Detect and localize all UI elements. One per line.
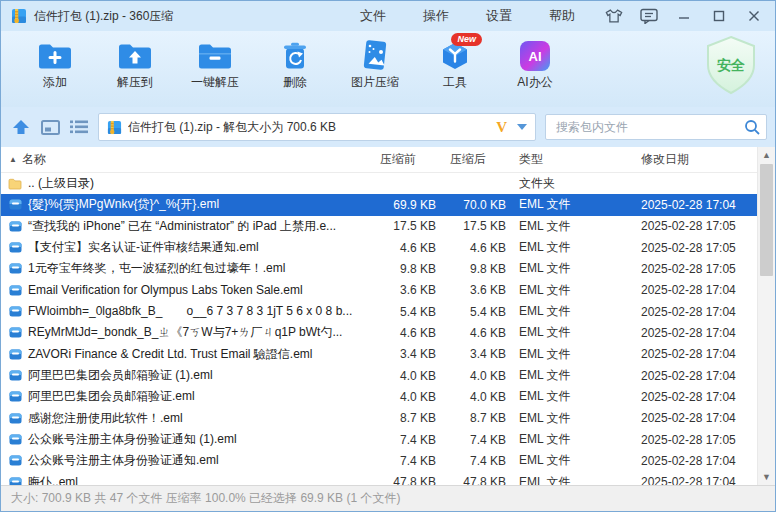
modified-date: 2025-02-28 17:05 bbox=[629, 262, 757, 276]
zip-file-icon bbox=[107, 120, 122, 135]
extract-to-label: 解压到 bbox=[117, 74, 153, 91]
vip-v-icon[interactable]: V bbox=[496, 119, 507, 136]
file-name: 公众账号注册主体身份验证通知 (1).eml bbox=[28, 431, 237, 448]
tools-label: 工具 bbox=[443, 74, 467, 91]
size-after: 47.8 KB bbox=[439, 475, 509, 485]
minimize-button[interactable] bbox=[675, 7, 693, 25]
file-name: .. (上级目录) bbox=[28, 175, 94, 192]
table-row[interactable]: ZAVORi Finance & Credit Ltd. Trust Email… bbox=[1, 344, 757, 365]
svg-text:AI: AI bbox=[529, 49, 542, 64]
file-name: 阿里巴巴集团会员邮箱验证.eml bbox=[28, 388, 195, 405]
eml-file-icon bbox=[8, 349, 22, 360]
modified-date: 2025-02-28 17:04 bbox=[629, 475, 757, 485]
ai-office-icon: AI bbox=[520, 37, 550, 71]
file-name: 阿里巴巴集团会员邮箱验证 (1).eml bbox=[28, 367, 213, 384]
size-after: 70.0 KB bbox=[439, 198, 509, 212]
status-bar: 大小: 700.9 KB 共 47 个文件 压缩率 100.0% 已经选择 69… bbox=[1, 485, 775, 511]
table-row[interactable]: 晦仆..eml47.8 KB47.8 KBEML 文件2025-02-28 17… bbox=[1, 472, 757, 485]
eml-file-icon bbox=[8, 306, 22, 317]
modified-date: 2025-02-28 17:04 bbox=[629, 454, 757, 468]
view-mode-icon[interactable] bbox=[40, 117, 60, 137]
tools-button[interactable]: New 工具 bbox=[415, 37, 495, 91]
size-before: 9.8 KB bbox=[369, 262, 439, 276]
up-level-icon[interactable] bbox=[11, 117, 31, 137]
file-name: ZAVORi Finance & Credit Ltd. Trust Email… bbox=[28, 346, 313, 363]
window-title: 信件打包 (1).zip - 360压缩 bbox=[34, 8, 173, 25]
file-name: {髮}%{票}MPgWnkv{贷}^_%{开}.eml bbox=[28, 196, 219, 213]
menu-help[interactable]: 帮助 bbox=[549, 7, 575, 25]
eml-file-icon bbox=[8, 263, 22, 274]
image-compress-button[interactable]: 图片压缩 bbox=[335, 37, 415, 91]
file-type: EML 文件 bbox=[509, 452, 629, 469]
file-name: “查找我的 iPhone” 已在 “Administrator” 的 iPad … bbox=[28, 218, 336, 235]
file-type: EML 文件 bbox=[509, 324, 629, 341]
scrollbar-thumb[interactable] bbox=[760, 164, 773, 276]
table-row[interactable]: 公众账号注册主体身份验证通知 (1).eml7.4 KB7.4 KBEML 文件… bbox=[1, 429, 757, 450]
modified-date: 2025-02-28 17:04 bbox=[629, 411, 757, 425]
table-row[interactable]: 公众账号注册主体身份验证通知.eml7.4 KB7.4 KBEML 文件2025… bbox=[1, 450, 757, 471]
file-type: EML 文件 bbox=[509, 346, 629, 363]
size-before: 4.0 KB bbox=[369, 369, 439, 383]
size-after: 4.0 KB bbox=[439, 390, 509, 404]
list-view-icon[interactable] bbox=[69, 117, 89, 137]
column-header-date[interactable]: 修改日期 bbox=[629, 151, 757, 168]
size-after: 4.6 KB bbox=[439, 326, 509, 340]
column-header-type[interactable]: 类型 bbox=[509, 151, 629, 168]
close-button[interactable] bbox=[745, 7, 763, 25]
feedback-icon[interactable] bbox=[640, 7, 658, 25]
safety-shield-badge[interactable]: 安全 bbox=[703, 35, 759, 99]
eml-file-icon bbox=[8, 199, 22, 210]
table-row[interactable]: {髮}%{票}MPgWnkv{贷}^_%{开}.eml69.9 KB70.0 K… bbox=[1, 194, 757, 215]
eml-file-icon bbox=[8, 391, 22, 402]
table-row[interactable]: .. (上级目录)文件夹 bbox=[1, 173, 757, 194]
modified-date: 2025-02-28 17:04 bbox=[629, 347, 757, 361]
archive-path-text: 信件打包 (1).zip - 解包大小为 700.6 KB bbox=[128, 119, 490, 136]
menu-file[interactable]: 文件 bbox=[360, 7, 386, 25]
size-before: 4.0 KB bbox=[369, 390, 439, 404]
file-type: EML 文件 bbox=[509, 282, 629, 299]
size-before: 7.4 KB bbox=[369, 433, 439, 447]
search-input[interactable] bbox=[554, 119, 744, 135]
table-row[interactable]: 阿里巴巴集团会员邮箱验证.eml4.0 KB4.0 KBEML 文件2025-0… bbox=[1, 386, 757, 407]
file-name: 【支付宝】实名认证-证件审核结果通知.eml bbox=[28, 239, 259, 256]
scroll-up-icon[interactable]: ▲ bbox=[758, 147, 775, 163]
skin-theme-icon[interactable] bbox=[605, 7, 623, 25]
modified-date: 2025-02-28 17:05 bbox=[629, 241, 757, 255]
extract-to-button[interactable]: 解压到 bbox=[95, 37, 175, 91]
modified-date: 2025-02-28 17:04 bbox=[629, 390, 757, 404]
table-row[interactable]: 【支付宝】实名认证-证件审核结果通知.eml4.6 KB4.6 KBEML 文件… bbox=[1, 237, 757, 258]
delete-button[interactable]: 删除 bbox=[255, 37, 335, 91]
trash-icon bbox=[280, 37, 310, 71]
eml-file-icon bbox=[8, 370, 22, 381]
menu-action[interactable]: 操作 bbox=[423, 7, 449, 25]
search-icon[interactable] bbox=[744, 119, 760, 135]
eml-file-icon bbox=[8, 413, 22, 424]
app-zip-icon bbox=[11, 8, 27, 24]
menu-settings[interactable]: 设置 bbox=[486, 7, 512, 25]
menu-bar: 文件 操作 设置 帮助 bbox=[360, 7, 575, 25]
table-row[interactable]: “查找我的 iPhone” 已在 “Administrator” 的 iPad … bbox=[1, 216, 757, 237]
modified-date: 2025-02-28 17:05 bbox=[629, 433, 757, 447]
size-after: 5.4 KB bbox=[439, 305, 509, 319]
column-header-name[interactable]: ▲ 名称 bbox=[1, 151, 369, 168]
table-row[interactable]: Email Verification for Olympus Labs Toke… bbox=[1, 280, 757, 301]
table-row[interactable]: REyMrMtJd=_bondk_B_ㄓ《7ㄎW与7+ㄌ厂ㄐq1P bWt勺..… bbox=[1, 322, 757, 343]
chevron-down-icon[interactable] bbox=[517, 124, 527, 130]
table-row[interactable]: 阿里巴巴集团会员邮箱验证 (1).eml4.0 KB4.0 KBEML 文件20… bbox=[1, 365, 757, 386]
file-name: 感谢您注册使用此软件！.eml bbox=[28, 410, 183, 427]
column-header-size-after[interactable]: 压缩后 bbox=[439, 151, 509, 168]
one-click-extract-button[interactable]: 一键解压 bbox=[175, 37, 255, 91]
table-row[interactable]: 1元夺宝年终奖，屯一波猛烈的红包过壕年！.eml9.8 KB9.8 KBEML … bbox=[1, 258, 757, 279]
maximize-button[interactable] bbox=[710, 7, 728, 25]
column-header-size-before[interactable]: 压缩前 bbox=[369, 151, 439, 168]
table-row[interactable]: FWloimbh=_0lga8bfk_B_ o__6 7 3 7 8 3 1jT… bbox=[1, 301, 757, 322]
ai-office-button[interactable]: AI AI办公 bbox=[495, 37, 575, 91]
search-box[interactable] bbox=[545, 114, 767, 140]
modified-date: 2025-02-28 17:04 bbox=[629, 369, 757, 383]
scroll-down-icon[interactable]: ▼ bbox=[758, 469, 775, 485]
add-button[interactable]: 添加 bbox=[15, 37, 95, 91]
scrollbar[interactable]: ▲ ▼ bbox=[757, 147, 775, 485]
archive-path-box[interactable]: 信件打包 (1).zip - 解包大小为 700.6 KB V bbox=[98, 113, 536, 141]
table-row[interactable]: 感谢您注册使用此软件！.eml8.7 KB8.7 KBEML 文件2025-02… bbox=[1, 408, 757, 429]
size-before: 3.4 KB bbox=[369, 347, 439, 361]
